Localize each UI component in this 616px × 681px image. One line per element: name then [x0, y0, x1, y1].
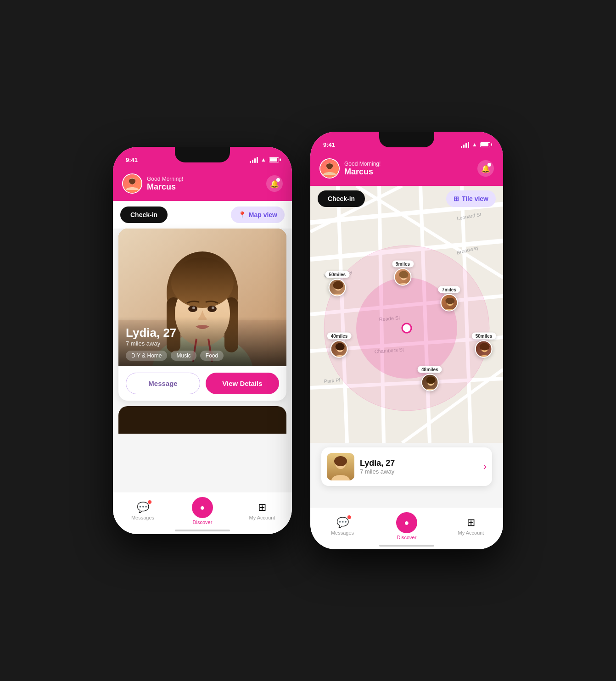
pin-avatar-6 — [421, 374, 438, 391]
map-pin-3[interactable]: 7miles — [438, 286, 460, 312]
map-profile-chevron[interactable]: › — [483, 461, 487, 473]
profile-overlay: Lydia, 27 7 miles away DIY & Home Music … — [118, 317, 286, 366]
screen-left: 9:41 ▲ — [113, 147, 292, 534]
tag-diy: DIY & Home — [126, 351, 167, 361]
myaccount-label-right: My Account — [458, 530, 484, 536]
greeting-name-right: Marcus — [344, 167, 381, 177]
notification-bell-left[interactable]: 🔔 — [266, 175, 283, 192]
status-time-right: 9:41 — [323, 141, 335, 148]
map-profile-card[interactable]: Lydia, 27 7 miles away › — [321, 447, 492, 486]
pin-distance-4: 40miles — [327, 333, 352, 340]
nav-discover-right[interactable]: ● Discover — [375, 512, 439, 540]
nav-messages-left[interactable]: 💬 Messages — [113, 502, 173, 520]
notch-right — [379, 132, 434, 147]
myaccount-icon-right: ⊞ — [467, 517, 475, 529]
svg-point-15 — [212, 307, 214, 309]
greeting-sub-right: Good Morning! — [344, 161, 381, 167]
svg-point-44 — [399, 271, 409, 279]
viewdetails-button[interactable]: View Details — [206, 373, 279, 394]
battery-icon-right — [480, 142, 490, 147]
header-right-content: Good Morning! Marcus — [319, 158, 381, 179]
toolbar-left: Check-in 📍 Map view — [113, 201, 292, 229]
avatar-placeholder-left — [123, 174, 141, 193]
pin-avatar-1 — [329, 279, 346, 296]
myaccount-icon: ⊞ — [258, 502, 266, 514]
messages-label-left: Messages — [131, 515, 154, 520]
pin-distance-5: 50miles — [472, 333, 496, 340]
map-profile-distance: 7 miles away — [360, 468, 478, 475]
status-time-left: 9:41 — [126, 156, 138, 163]
action-buttons: Message View Details — [118, 366, 286, 401]
notification-bell-right[interactable]: 🔔 — [477, 160, 494, 177]
tileview-button[interactable]: ⊞ Tile view — [446, 190, 496, 207]
screen-right: 9:41 ▲ — [310, 132, 503, 549]
app-header-left: Good Morning! Marcus 🔔 — [113, 170, 292, 201]
map-profile-info: Lydia, 27 7 miles away — [360, 458, 478, 475]
map-pin-6[interactable]: 48miles — [418, 366, 442, 391]
greeting-text-right: Good Morning! Marcus — [344, 161, 381, 177]
pin-avatar-3 — [440, 294, 458, 312]
messages-icon-right: 💬 — [336, 517, 349, 529]
map-pin-5[interactable]: 50miles — [472, 333, 496, 358]
map-profile-name: Lydia, 27 — [360, 458, 478, 468]
user-avatar-right[interactable] — [319, 158, 340, 179]
profile-distance-left: 7 miles away — [126, 340, 279, 347]
pin-distance-6: 48miles — [418, 366, 442, 373]
notch-left — [175, 147, 230, 162]
header-left-content: Good Morning! Marcus — [122, 173, 183, 194]
greeting-text-left: Good Morning! Marcus — [147, 176, 183, 192]
pin-distance-2: 9miles — [392, 261, 414, 268]
battery-icon — [269, 157, 279, 162]
myaccount-label-left: My Account — [249, 515, 275, 520]
svg-point-46 — [445, 298, 454, 304]
map-profile-section: Lydia, 27 7 miles away › — [310, 443, 503, 495]
nav-discover-left[interactable]: ● Discover — [173, 497, 232, 525]
next-card-peek — [118, 406, 286, 434]
map-pin-4[interactable]: 40miles — [327, 333, 352, 358]
message-button[interactable]: Message — [126, 373, 200, 394]
nav-myaccount-left[interactable]: ⊞ My Account — [232, 502, 292, 520]
app-header-right: Good Morning! Marcus 🔔 — [310, 155, 503, 186]
greeting-name-left: Marcus — [147, 182, 183, 192]
map-container[interactable]: Leonard St W Broadway Reade St Chambers … — [310, 186, 503, 443]
home-indicator-right — [379, 545, 434, 547]
map-toolbar: Check-in ⊞ Tile view — [310, 186, 503, 212]
mapview-icon: 📍 — [238, 211, 246, 218]
svg-point-52 — [426, 377, 435, 384]
discover-icon: ● — [192, 497, 213, 518]
avatar-placeholder-right — [320, 159, 339, 178]
map-svg: Leonard St W Broadway Reade St Chambers … — [310, 186, 503, 443]
map-pin-1[interactable]: 50miles — [325, 271, 349, 296]
user-avatar-left[interactable] — [122, 173, 142, 194]
nav-messages-right[interactable]: 💬 Messages — [310, 517, 375, 536]
bottom-nav-right: 💬 Messages ● Discover ⊞ My Account — [310, 507, 503, 549]
messages-badge — [147, 500, 152, 504]
svg-point-40 — [402, 324, 411, 333]
status-icons-right: ▲ — [461, 141, 490, 148]
checkin-button-right[interactable]: Check-in — [318, 190, 365, 207]
messages-badge-right — [347, 515, 352, 519]
wifi-icon-right: ▲ — [472, 141, 477, 148]
tag-music: Music — [171, 351, 196, 361]
signal-icon-right — [461, 142, 469, 148]
checkin-button-left[interactable]: Check-in — [120, 207, 168, 223]
svg-point-42 — [333, 281, 343, 289]
home-indicator-left — [175, 530, 230, 531]
profile-tags: DIY & Home Music Food — [126, 351, 279, 361]
phone-right: 9:41 ▲ — [310, 132, 503, 549]
nav-myaccount-right[interactable]: ⊞ My Account — [439, 517, 503, 536]
map-pin-2[interactable]: 9miles — [392, 261, 414, 286]
discover-label-left: Discover — [193, 519, 213, 525]
profile-name-left: Lydia, 27 — [126, 326, 279, 340]
status-icons-left: ▲ — [250, 156, 279, 163]
wifi-icon: ▲ — [261, 156, 266, 163]
messages-icon: 💬 — [137, 502, 149, 514]
profile-card-left: Lydia, 27 7 miles away DIY & Home Music … — [118, 229, 286, 401]
phone-left: 9:41 ▲ — [113, 147, 292, 534]
tag-food: Food — [200, 351, 224, 361]
discover-label-right: Discover — [397, 535, 417, 540]
mapview-button[interactable]: 📍 Map view — [231, 207, 285, 223]
bottom-nav-left: 💬 Messages ● Discover ⊞ My Account — [113, 492, 292, 534]
svg-point-55 — [334, 456, 347, 466]
svg-point-11 — [171, 257, 234, 308]
